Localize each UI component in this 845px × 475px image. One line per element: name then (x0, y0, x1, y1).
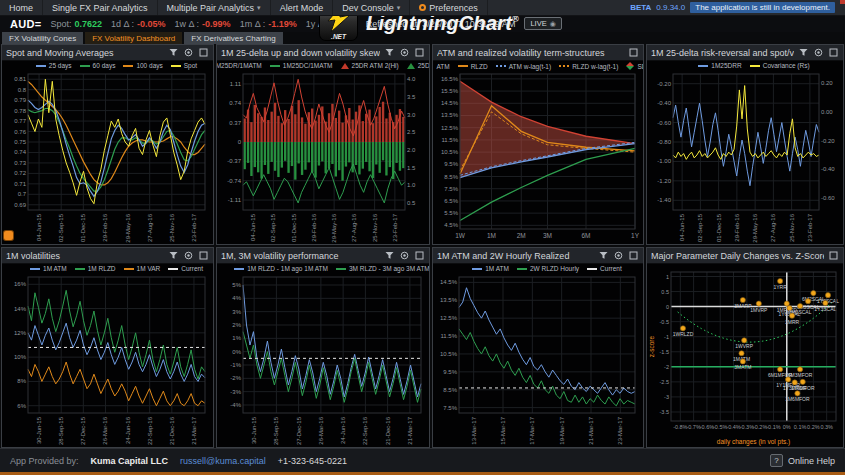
svg-text:28-Sep-15: 28-Sep-15 (273, 416, 279, 445)
filter-icon[interactable] (384, 48, 395, 58)
legend-item-rlzd[interactable]: RLZD (458, 62, 488, 70)
tab-fx-derivatives-charting[interactable]: FX Derivatives Charting (184, 32, 282, 44)
legend-item-1m-atm[interactable]: 1M ATM (472, 265, 509, 272)
legend-item-25dc-atm-2-hi[interactable]: 25DC ATM 2(Hi) (407, 62, 430, 69)
legend-marker (698, 65, 708, 67)
legend-item-sd-10-r[interactable]: SD-10%(R) (626, 62, 644, 70)
maximize-icon[interactable] (628, 48, 639, 58)
maximize-icon[interactable] (828, 251, 839, 261)
legend-item-25-days[interactable]: 25 days (36, 62, 72, 69)
maximize-icon[interactable] (414, 251, 425, 261)
filter-icon[interactable] (384, 251, 395, 261)
maximize-icon[interactable] (414, 48, 425, 58)
chart-svg[interactable]: 04-Jun-1502-Sep-1501-Dec-1529-Feb-1629-M… (2, 61, 213, 244)
svg-text:-0.60: -0.60 (657, 120, 671, 126)
legend-label: 60 days (93, 62, 116, 69)
menu-item-preferences[interactable]: Preferences (410, 0, 488, 15)
chart-canvas[interactable]: 1M ATM1M RLZD1M VARCurrent30-Jun-1528-Se… (2, 264, 213, 447)
live-badge[interactable]: LIVE ◉ (524, 17, 561, 30)
chart-canvas[interactable]: 1M RLZD - 1M ago 1M ATM3M RLZD - 3M ago … (217, 264, 429, 447)
snapshot-icon[interactable] (613, 251, 624, 261)
svg-text:0.79: 0.79 (14, 97, 26, 103)
email-link[interactable]: russell@kuma.capital (180, 456, 266, 466)
legend-label: 25DC ATM 2(Hi) (418, 62, 430, 69)
svg-text:01-Dec-15: 01-Dec-15 (291, 213, 297, 242)
legend-marker (432, 65, 433, 67)
svg-text:0.69: 0.69 (14, 202, 26, 208)
legend-item-1m25dc-1matm[interactable]: 1M25DC/1MATM (270, 62, 333, 69)
chart-canvas[interactable]: 1M ATM2W RLZD HourlyCurrent13-Mar-1715-M… (433, 264, 643, 447)
legend-item-current[interactable]: Current (587, 265, 622, 272)
svg-text:-1.00: -1.00 (657, 158, 671, 164)
tab-fx-volatility-dashboard[interactable]: FX Volatility Dashboard (85, 32, 182, 44)
chart-canvas[interactable]: -0.8%-0.7%-0.6%-0.5%-0.4%-0.3%-0.2%-0.1%… (647, 264, 843, 447)
annotation-marker[interactable] (4, 231, 13, 240)
online-help-button[interactable]: ? Online Help (770, 454, 835, 467)
filter-icon[interactable] (168, 251, 179, 261)
svg-text:0.74: 0.74 (229, 100, 241, 106)
filter-icon[interactable] (798, 48, 809, 58)
chart-svg[interactable]: 30-Jun-1528-Sep-1527-Dec-1526-Mar-1624-J… (217, 264, 429, 447)
svg-text:6M: 6M (581, 232, 590, 239)
menu-item-multiple-pair-analytics[interactable]: Multiple Pair Analytics▾ (158, 0, 271, 15)
legend-item-1m-rlzd[interactable]: 1M RLZD (75, 265, 116, 272)
legend-item-3m-rlzd-3m-ago-3m-atm[interactable]: 3M RLZD - 3M ago 3M ATM (336, 265, 430, 272)
legend-item-atm[interactable]: ATM (432, 62, 450, 70)
menu-item-dev-console[interactable]: Dev Console▾ (333, 0, 410, 15)
svg-text:6%: 6% (17, 403, 26, 409)
maximize-icon[interactable] (628, 251, 639, 261)
snapshot-icon[interactable] (183, 48, 194, 58)
chart-svg[interactable]: 04-Jun-1502-Sep-1501-Dec-1529-Feb-1629-M… (647, 61, 843, 244)
legend-item-1m-var[interactable]: 1M VAR (124, 265, 161, 272)
filter-icon[interactable] (598, 251, 609, 261)
chart-canvas[interactable]: 25 days60 days100 daysSpot04-Jun-1502-Se… (2, 61, 213, 244)
chart-svg[interactable]: 04-Jun-1502-Sep-1501-Dec-1529-Feb-1629-M… (217, 61, 429, 244)
legend-item-60-days[interactable]: 60 days (80, 62, 116, 69)
legend-item-2w-rlzd-hourly[interactable]: 2W RLZD Hourly (517, 265, 579, 272)
filter-icon[interactable] (168, 48, 179, 58)
menu-item-alert-mode[interactable]: Alert Mode (271, 0, 334, 15)
legend-item-1m-rlzd-1m-ago-1m-atm[interactable]: 1M RLZD - 1M ago 1M ATM (234, 265, 328, 272)
chart-svg[interactable]: 30-Jun-1528-Sep-1527-Dec-1526-Mar-1624-J… (2, 264, 213, 447)
legend-label: 25 days (49, 62, 72, 69)
snapshot-icon[interactable] (399, 48, 410, 58)
legend-item-1m25drr[interactable]: 1M25DRR (698, 62, 741, 69)
snapshot-icon[interactable] (813, 48, 824, 58)
legend-item-100-days[interactable]: 100 days (123, 62, 162, 69)
legend-item-rlzd-w-lag-t-1[interactable]: RLZD w-lag(t-1) (559, 62, 618, 70)
svg-text:1W: 1W (455, 232, 466, 239)
menu-item-home[interactable]: Home (0, 0, 43, 15)
maximize-icon[interactable] (828, 48, 839, 58)
live-label: LIVE (530, 19, 546, 28)
legend-item-current[interactable]: Current (168, 265, 203, 272)
maximize-icon[interactable] (198, 251, 209, 261)
chart-canvas[interactable]: 1M25DRRCovariance (Rs)04-Jun-1502-Sep-15… (647, 61, 843, 244)
tab-fx-volatility-cones[interactable]: FX Volatility Cones (2, 32, 83, 44)
svg-text:10%: 10% (14, 354, 27, 360)
legend-label: 1M RLZD (88, 265, 116, 272)
svg-text:15.5%: 15.5% (441, 88, 459, 94)
legend-item-1m-atm[interactable]: 1M ATM (30, 265, 67, 272)
svg-text:0.1%: 0.1% (794, 424, 807, 430)
chart-svg[interactable]: 1W1M2M3M6M1Y16.5%15.5%14.5%13.5%12.5%11.… (433, 61, 643, 244)
menu-item-single-fx-pair-analytics[interactable]: Single FX Pair Analytics (43, 0, 158, 15)
svg-text:3.0: 3.0 (407, 112, 416, 118)
legend-item-atm-w-lag-t-1[interactable]: ATM w-lag(t-1) (496, 62, 552, 70)
snapshot-icon[interactable] (399, 251, 410, 261)
chart-canvas[interactable]: ATMRLZDATM w-lag(t-1)RLZD w-lag(t-1)SD-1… (433, 61, 643, 244)
chart-svg[interactable]: -0.8%-0.7%-0.6%-0.5%-0.4%-0.3%-0.2%-0.1%… (647, 264, 843, 447)
snapshot-icon[interactable] (183, 251, 194, 261)
legend-label: 1M25DC/1MATM (283, 62, 333, 69)
chart-svg[interactable]: 13-Mar-1715-Mar-1717-Mar-1719-Mar-1721-M… (433, 264, 643, 447)
svg-text:14%: 14% (14, 306, 27, 312)
chart-canvas[interactable]: 1M25DR/1MATM1M25DC/1MATM25DR ATM 2(Hi)25… (217, 61, 429, 244)
legend-item-1m25dr-1matm[interactable]: 1M25DR/1MATM (216, 62, 262, 69)
legend-item-25dr-atm-2-hi[interactable]: 25DR ATM 2(Hi) (341, 62, 399, 69)
svg-text:-0.4%: -0.4% (726, 424, 740, 430)
legend-item-covariance-rs[interactable]: Covariance (Rs) (750, 62, 810, 69)
close-button-edge[interactable] (840, 0, 845, 4)
legend-item-spot[interactable]: Spot (171, 62, 197, 69)
svg-text:daily changes (in vol pts.): daily changes (in vol pts.) (717, 438, 790, 446)
maximize-icon[interactable] (198, 48, 209, 58)
logo-net-label: .NET (320, 33, 357, 40)
